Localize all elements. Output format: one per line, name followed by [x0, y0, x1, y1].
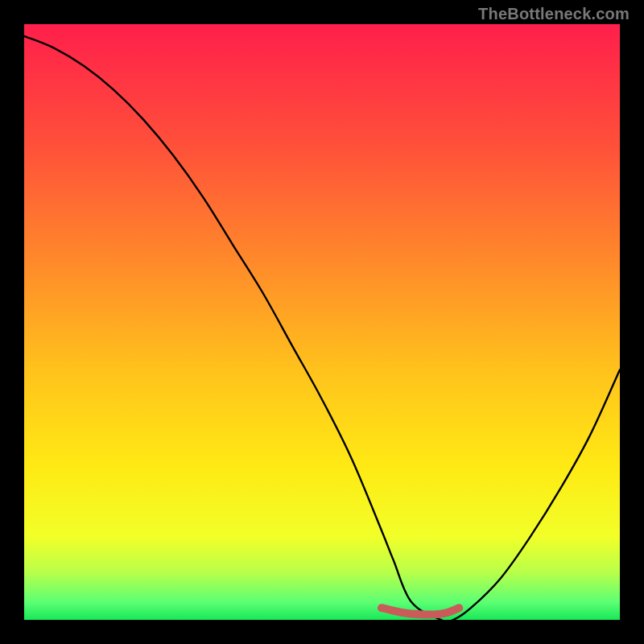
watermark: TheBottleneck.com — [478, 5, 630, 23]
bottleneck-chart: TheBottleneck.com — [0, 0, 644, 644]
gradient-panel — [24, 24, 620, 620]
chart-svg — [0, 0, 644, 644]
